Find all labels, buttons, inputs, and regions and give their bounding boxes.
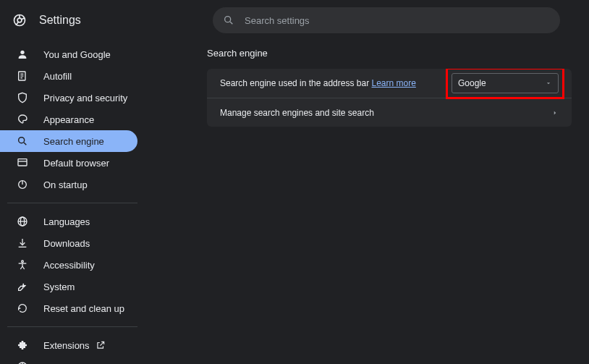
chrome-logo-icon bbox=[12, 12, 27, 28]
sidebar-item-label: Reset and clean up bbox=[43, 303, 124, 314]
search-icon bbox=[16, 135, 29, 148]
external-link-icon bbox=[96, 340, 106, 350]
sidebar-item-you-and-google[interactable]: You and Google bbox=[0, 43, 137, 65]
reset-icon bbox=[16, 302, 29, 315]
sidebar-item-label: About Chrome bbox=[43, 362, 104, 365]
sidebar-item-downloads[interactable]: Downloads bbox=[0, 232, 137, 254]
sidebar-item-label: Accessibility bbox=[43, 260, 95, 271]
row-manage-search-engines[interactable]: Manage search engines and site search bbox=[207, 98, 572, 127]
svg-line-3 bbox=[230, 22, 232, 24]
chrome-icon bbox=[16, 360, 29, 364]
extension-icon bbox=[16, 339, 29, 352]
svg-point-2 bbox=[225, 17, 231, 22]
row-label: Manage search engines and site search bbox=[220, 108, 551, 118]
svg-line-10 bbox=[24, 143, 26, 145]
svg-rect-11 bbox=[18, 159, 27, 166]
sidebar-item-label: Default browser bbox=[43, 158, 109, 169]
sidebar-item-label: Autofill bbox=[43, 71, 72, 82]
svg-point-4 bbox=[20, 51, 24, 54]
browser-icon bbox=[16, 156, 29, 169]
sidebar-item-privacy[interactable]: Privacy and security bbox=[0, 87, 137, 109]
settings-card: Search engine used in the address bar Le… bbox=[207, 69, 572, 127]
sidebar-item-label: Privacy and security bbox=[43, 93, 127, 103]
svg-line-25 bbox=[100, 342, 103, 345]
sidebar-item-label: You and Google bbox=[43, 49, 111, 60]
sidebar-item-label: System bbox=[43, 282, 75, 292]
dropdown-arrow-icon bbox=[545, 80, 552, 87]
sidebar-item-system[interactable]: System bbox=[0, 276, 137, 297]
search-bar[interactable] bbox=[213, 7, 560, 33]
svg-line-24 bbox=[22, 266, 25, 269]
sidebar-item-reset[interactable]: Reset and clean up bbox=[0, 297, 137, 319]
sidebar-item-label: Extensions bbox=[43, 340, 90, 351]
autofill-icon bbox=[16, 69, 29, 82]
sidebar-item-label: On startup bbox=[43, 179, 88, 190]
sidebar-item-about-chrome[interactable]: About Chrome bbox=[0, 356, 137, 364]
appearance-icon bbox=[16, 113, 29, 126]
sidebar-item-label: Appearance bbox=[43, 114, 94, 125]
sidebar-item-search-engine[interactable]: Search engine bbox=[0, 130, 137, 152]
search-icon bbox=[223, 14, 234, 26]
sidebar: You and Google Autofill Privacy and secu… bbox=[0, 41, 172, 364]
sidebar-item-languages[interactable]: Languages bbox=[0, 211, 137, 232]
sidebar-item-label: Downloads bbox=[43, 238, 90, 249]
search-input[interactable] bbox=[245, 15, 550, 26]
sidebar-item-autofill[interactable]: Autofill bbox=[0, 65, 137, 87]
svg-point-9 bbox=[19, 137, 25, 143]
sidebar-item-on-startup[interactable]: On startup bbox=[0, 174, 137, 195]
sidebar-item-appearance[interactable]: Appearance bbox=[0, 109, 137, 130]
main-content: Search engine Search engine used in the … bbox=[172, 41, 589, 364]
dropdown-value: Google bbox=[458, 78, 486, 88]
header: Settings bbox=[0, 0, 589, 41]
download-icon bbox=[16, 237, 29, 250]
user-icon bbox=[16, 48, 29, 61]
sidebar-item-label: Search engine bbox=[43, 136, 104, 147]
sidebar-item-accessibility[interactable]: Accessibility bbox=[0, 254, 137, 276]
power-icon bbox=[16, 178, 29, 191]
learn-more-link[interactable]: Learn more bbox=[371, 78, 415, 88]
sidebar-item-extensions[interactable]: Extensions bbox=[0, 334, 137, 356]
section-title: Search engine bbox=[207, 48, 576, 59]
page-title: Settings bbox=[39, 14, 220, 27]
globe-icon bbox=[16, 215, 29, 228]
row-label: Search engine used in the address bar Le… bbox=[220, 78, 452, 88]
search-engine-dropdown[interactable]: Google bbox=[452, 73, 559, 93]
shield-icon bbox=[16, 91, 29, 104]
svg-point-20 bbox=[22, 261, 24, 263]
wrench-icon bbox=[16, 280, 29, 293]
divider bbox=[7, 326, 137, 327]
divider bbox=[7, 203, 137, 203]
sidebar-item-default-browser[interactable]: Default browser bbox=[0, 152, 137, 174]
row-search-engine-used: Search engine used in the address bar Le… bbox=[207, 69, 572, 98]
chevron-right-icon bbox=[551, 109, 559, 117]
sidebar-item-label: Languages bbox=[43, 216, 90, 227]
accessibility-icon bbox=[16, 258, 29, 271]
